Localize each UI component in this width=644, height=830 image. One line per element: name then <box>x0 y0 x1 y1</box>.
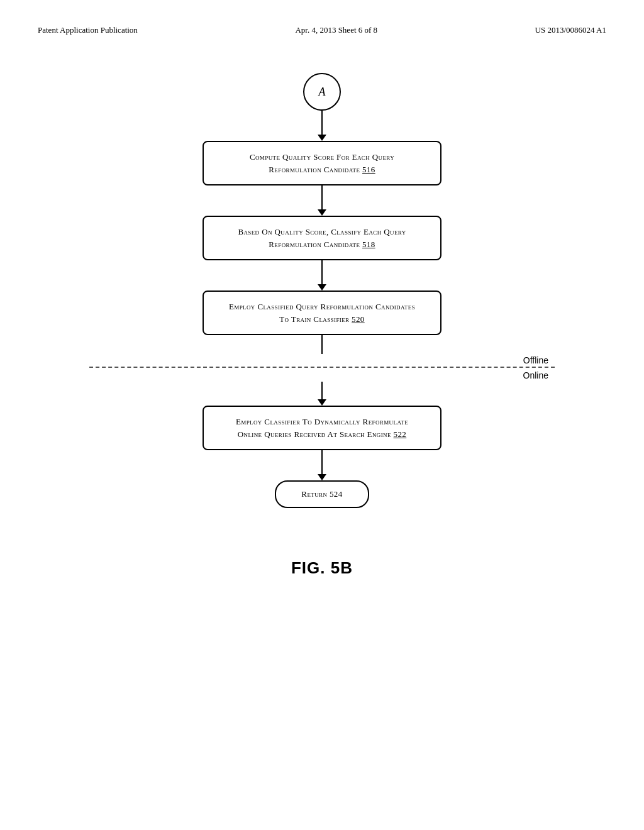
connector-a-to-516 <box>318 111 326 141</box>
arrowhead-2 <box>318 209 326 216</box>
page-header: Patent Application Publication Apr. 4, 2… <box>38 25 606 35</box>
node-518-text: Based On Quality Score, Classify Each Qu… <box>238 227 406 249</box>
header-right: US 2013/0086024 A1 <box>535 25 606 35</box>
connector-518-to-520 <box>318 260 326 290</box>
connector-pre-divider <box>321 335 323 354</box>
node-return-text: Return 524 <box>301 489 342 499</box>
figure-caption: FIG. 5B <box>38 558 606 578</box>
node-520: Employ Classified Query Reformulation Ca… <box>203 290 441 335</box>
node-520-text: Employ Classified Query Reformulation Ca… <box>229 302 415 324</box>
header-center: Apr. 4, 2013 Sheet 6 of 8 <box>295 25 377 35</box>
arrowhead-1 <box>318 135 326 141</box>
node-a-label: A <box>319 86 326 99</box>
dashed-line <box>89 367 555 368</box>
node-522-text: Employ Classifier To Dynamically Reformu… <box>236 417 408 439</box>
patent-page: Patent Application Publication Apr. 4, 2… <box>0 0 644 830</box>
online-label: Online <box>523 370 548 380</box>
arrowhead-5 <box>318 474 326 480</box>
node-return: Return 524 <box>275 480 369 508</box>
vline-2 <box>321 185 323 209</box>
connector-516-to-518 <box>318 185 326 216</box>
vline-3 <box>321 260 323 284</box>
node-516: Compute Quality Score For Each Query Ref… <box>203 141 441 185</box>
node-518: Based On Quality Score, Classify Each Qu… <box>203 216 441 260</box>
vline-4 <box>321 335 323 354</box>
offline-online-divider: Offline Online <box>77 354 567 382</box>
vline-5 <box>321 382 323 399</box>
vline-1 <box>321 111 323 135</box>
node-516-text: Compute Quality Score For Each Query Ref… <box>250 152 394 174</box>
arrowhead-3 <box>318 284 326 290</box>
connector-post-divider <box>318 382 326 406</box>
node-a-circle: A <box>303 73 341 111</box>
arrowhead-4 <box>318 399 326 406</box>
node-522: Employ Classifier To Dynamically Reformu… <box>203 406 441 450</box>
flowchart-diagram: A Compute Quality Score For Each Query R… <box>38 73 606 508</box>
header-left: Patent Application Publication <box>38 25 138 35</box>
vline-6 <box>321 450 323 474</box>
offline-label: Offline <box>523 355 548 365</box>
connector-522-to-return <box>318 450 326 480</box>
